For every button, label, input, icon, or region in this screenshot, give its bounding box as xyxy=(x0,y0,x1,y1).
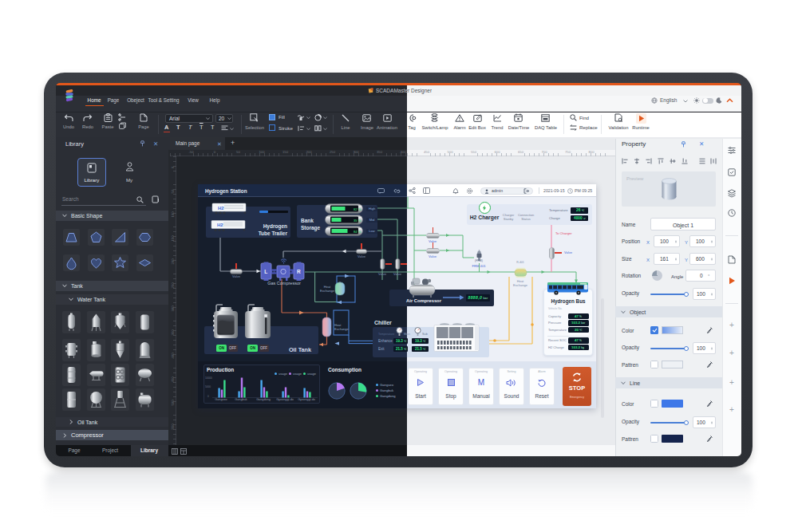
svg-text:R: R xyxy=(297,269,301,274)
svg-text:82 %: 82 % xyxy=(354,207,361,211)
svg-text:L: L xyxy=(264,269,267,274)
svg-text:84 %: 84 % xyxy=(354,230,361,234)
svg-text:H2: H2 xyxy=(217,223,223,227)
svg-text:H2: H2 xyxy=(218,206,224,211)
svg-text:35 %: 35 % xyxy=(354,219,361,223)
